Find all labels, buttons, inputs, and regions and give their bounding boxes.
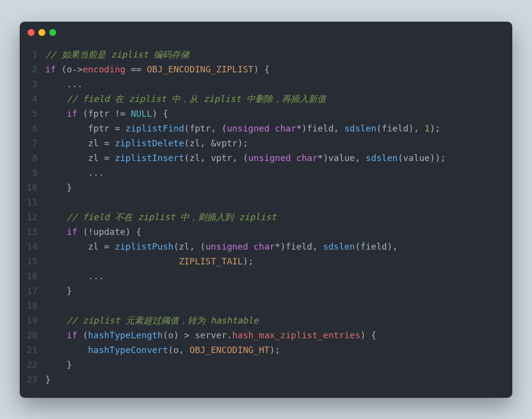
- token-func: sdslen: [323, 241, 355, 252]
- token-punct: [45, 241, 88, 252]
- close-icon[interactable]: [28, 29, 34, 36]
- code-line: 15 ZIPLIST_TAIL);: [20, 254, 512, 269]
- token-ident: fptr: [88, 123, 109, 133]
- token-comment: // ziplist 元素超过阈值，转为 hashtable: [66, 315, 259, 325]
- token-field: encoding: [83, 64, 126, 74]
- line-source: if (o->encoding == OBJ_ENCODING_ZIPLIST)…: [45, 62, 512, 77]
- code-line: 21 hashTypeConvert(o, OBJ_ENCODING_HT);: [20, 343, 512, 357]
- line-source: if (!update) {: [45, 225, 512, 239]
- token-func: hashTypeLength: [88, 330, 163, 340]
- line-source: }: [45, 357, 512, 372]
- token-punct: [291, 153, 297, 163]
- token-punct: ): [280, 241, 286, 252]
- token-func: ziplistFind: [126, 123, 184, 133]
- code-line: 20 if (hashTypeLength(o) > server.hash_m…: [20, 328, 512, 343]
- token-op: *: [318, 153, 323, 163]
- token-punct: .: [227, 330, 233, 340]
- line-source: // 如果当前是 ziplist 编码存储: [45, 47, 512, 62]
- code-line: 16 ...: [20, 269, 512, 284]
- token-punct: ): [323, 153, 329, 163]
- token-punct: [269, 123, 275, 133]
- code-line: 13 if (!update) {: [20, 225, 512, 239]
- line-number: 22: [20, 357, 45, 372]
- token-op: *: [296, 123, 301, 133]
- token-punct: [45, 226, 66, 237]
- token-ident: o: [66, 64, 72, 74]
- line-number: 8: [20, 151, 45, 165]
- token-field: hash_max_ziplist_entries: [232, 330, 360, 340]
- token-num: 1: [425, 123, 430, 133]
- zoom-icon[interactable]: [49, 29, 56, 36]
- token-punct: (: [56, 64, 67, 74]
- line-source: // ziplist 元素超过阈值，转为 hashtable: [45, 313, 512, 328]
- token-ident: o: [168, 330, 173, 340]
- token-punct: (: [77, 108, 88, 119]
- line-number: 5: [20, 106, 45, 121]
- token-punct: (: [168, 345, 173, 355]
- code-area[interactable]: 1// 如果当前是 ziplist 编码存储2if (o->encoding =…: [20, 43, 512, 398]
- token-op: !=: [109, 108, 131, 119]
- token-ident: fptr: [190, 123, 211, 133]
- line-number: 16: [20, 269, 45, 284]
- line-source: zl = ziplistPush(zl, (unsigned char*)fie…: [45, 239, 512, 254]
- code-line: 11: [20, 195, 512, 210]
- token-const: NULL: [131, 108, 152, 119]
- token-punct: (: [77, 330, 88, 340]
- code-line: 23}: [20, 372, 512, 387]
- line-source: [45, 298, 512, 313]
- token-punct: ) {: [126, 226, 142, 237]
- line-number: 18: [20, 298, 45, 313]
- line-number: 1: [20, 47, 45, 62]
- minimize-icon[interactable]: [38, 29, 45, 36]
- token-op: =: [99, 138, 115, 148]
- line-source: if (hashTypeLength(o) > server.hash_max_…: [45, 328, 512, 343]
- token-comment: // field 不在 ziplist 中，则插入到 ziplist: [66, 212, 276, 222]
- token-comment: // 如果当前是 ziplist 编码存储: [45, 49, 189, 60]
- code-line: 2if (o->encoding == OBJ_ENCODING_ZIPLIST…: [20, 62, 512, 77]
- token-op: ->: [72, 64, 83, 74]
- token-punct: );: [269, 345, 280, 355]
- token-punct: ,: [200, 153, 211, 163]
- token-punct: ));: [430, 153, 446, 163]
- token-op: *: [275, 241, 280, 252]
- token-punct: (: [163, 330, 168, 340]
- line-number: 7: [20, 136, 45, 151]
- token-punct: ) {: [360, 330, 376, 340]
- token-op: =: [109, 123, 126, 133]
- line-source: ...: [45, 77, 512, 92]
- line-number: 13: [20, 225, 45, 239]
- token-punct: ,: [312, 241, 323, 252]
- token-macro: OBJ_ENCODING_ZIPLIST: [147, 64, 254, 74]
- token-func: ziplistInsert: [115, 153, 184, 163]
- token-punct: , (: [211, 123, 227, 133]
- token-punct: }: [45, 286, 72, 296]
- line-number: 12: [20, 210, 45, 225]
- token-amp: &: [211, 138, 216, 148]
- token-punct: [45, 315, 66, 325]
- window-titlebar: [20, 22, 512, 43]
- line-number: 11: [20, 195, 45, 210]
- token-punct: (: [376, 123, 382, 133]
- code-line: 12 // field 不在 ziplist 中，则插入到 ziplist: [20, 210, 512, 225]
- line-source: }: [45, 284, 512, 298]
- token-func: sdslen: [366, 153, 398, 163]
- code-line: 10 }: [20, 180, 512, 195]
- token-punct: (: [184, 123, 190, 133]
- token-ident: field: [382, 123, 408, 133]
- line-number: 10: [20, 180, 45, 195]
- code-line: 6 fptr = ziplistFind(fptr, (unsigned cha…: [20, 121, 512, 136]
- token-punct: (: [398, 153, 403, 163]
- token-punct: );: [430, 123, 440, 133]
- token-punct: ): [301, 123, 307, 133]
- token-punct: );: [243, 256, 254, 266]
- line-source: ...: [45, 165, 512, 180]
- line-source: [45, 195, 512, 210]
- line-source: // field 在 ziplist 中，从 ziplist 中删除，再插入新值: [45, 92, 512, 106]
- token-punct: (: [77, 226, 88, 237]
- token-punct: [45, 138, 88, 148]
- token-type: char: [275, 123, 296, 133]
- line-number: 3: [20, 77, 45, 92]
- token-ident: o: [173, 345, 179, 355]
- token-ident: update: [94, 226, 126, 237]
- token-ident: value: [403, 153, 430, 163]
